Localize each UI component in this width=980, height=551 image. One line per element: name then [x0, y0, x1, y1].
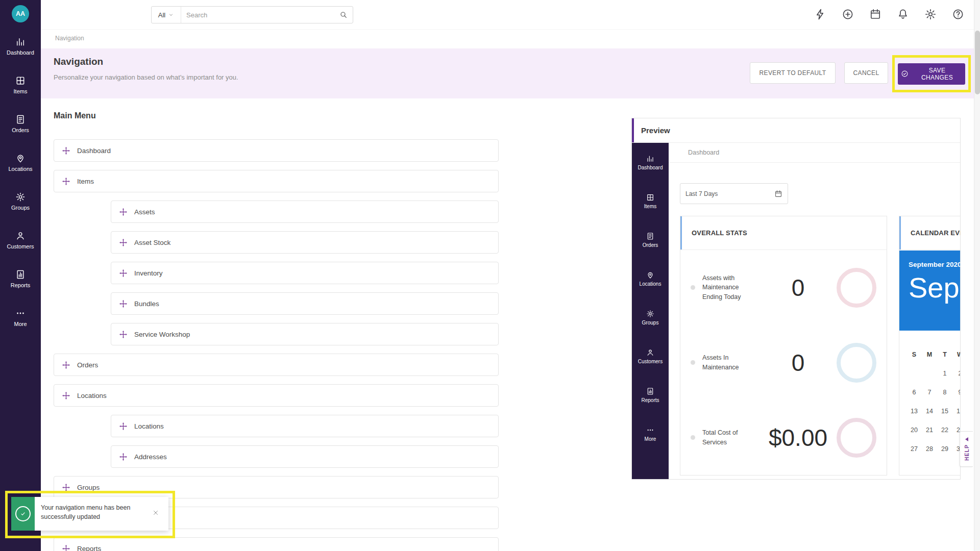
- calendar-day[interactable]: 13: [906, 408, 922, 415]
- calendar-day[interactable]: 9: [952, 389, 961, 396]
- date-range-picker[interactable]: Last 7 Days: [680, 183, 788, 204]
- menu-row-addresses[interactable]: Addresses: [111, 445, 499, 468]
- stat-gauge: [837, 418, 876, 458]
- stat-value: $0.00: [760, 424, 837, 452]
- scrollbar[interactable]: [974, 0, 980, 551]
- drag-handle-icon[interactable]: [119, 453, 128, 461]
- drag-handle-icon[interactable]: [62, 146, 70, 155]
- stat-gauge: [837, 343, 876, 383]
- drag-handle-icon[interactable]: [62, 483, 70, 492]
- help-icon[interactable]: [952, 8, 964, 20]
- stat-bullet: [691, 435, 695, 440]
- orders-icon: [15, 114, 26, 124]
- sidebar-item-items[interactable]: Items: [0, 65, 41, 104]
- sidebar-item-more[interactable]: More: [0, 298, 41, 337]
- nav-label: Items: [644, 204, 656, 209]
- toast-close-icon[interactable]: [152, 509, 159, 516]
- drag-handle-icon[interactable]: [119, 208, 128, 216]
- menu-row-inventory[interactable]: Inventory: [111, 262, 499, 284]
- preview-sidebar-item-more[interactable]: More: [632, 414, 669, 453]
- drag-handle-icon[interactable]: [62, 361, 70, 369]
- customers-icon: [646, 348, 654, 357]
- calendar-day[interactable]: 14: [922, 408, 937, 415]
- menu-row-asset-stock[interactable]: Asset Stock: [111, 231, 499, 254]
- page-header: Navigation Personalize your navigation b…: [41, 48, 974, 98]
- menu-row-locations[interactable]: Locations: [54, 384, 499, 407]
- drag-handle-icon[interactable]: [119, 269, 128, 278]
- menu-row-bundles[interactable]: Bundles: [111, 292, 499, 315]
- breadcrumb[interactable]: Navigation: [55, 35, 84, 42]
- search-filter-label: All: [158, 11, 165, 19]
- calendar-day[interactable]: 1: [937, 370, 952, 377]
- sidebar-item-reports[interactable]: Reports: [0, 259, 41, 298]
- calendar-day[interactable]: 20: [906, 427, 922, 434]
- menu-row-dashboard[interactable]: Dashboard: [54, 139, 499, 162]
- preview-sidebar-item-groups[interactable]: Groups: [632, 298, 669, 337]
- sidebar-item-locations[interactable]: Locations: [0, 143, 41, 182]
- revert-to-default-button[interactable]: REVERT TO DEFAULT: [750, 62, 836, 84]
- calendar-day[interactable]: 6: [906, 389, 922, 396]
- menu-row-reports[interactable]: Reports: [54, 537, 499, 551]
- calendar-day-header: W: [952, 351, 961, 358]
- more-dots-icon: [15, 308, 26, 318]
- preview-sidebar-item-orders[interactable]: Orders: [632, 220, 669, 259]
- calendar-day[interactable]: 15: [937, 408, 952, 415]
- calendar-day[interactable]: 8: [937, 389, 952, 396]
- bell-icon[interactable]: [897, 8, 909, 20]
- drag-handle-icon[interactable]: [119, 330, 128, 339]
- plus-circle-icon[interactable]: [842, 8, 854, 20]
- calendar-day[interactable]: 27: [906, 445, 922, 453]
- calendar-day[interactable]: 22: [937, 427, 952, 434]
- menu-row-items[interactable]: Items: [54, 170, 499, 192]
- calendar-day[interactable]: 21: [922, 427, 937, 434]
- page-title: Navigation: [54, 56, 103, 67]
- menu-row-service-workshop[interactable]: Service Workshop: [111, 323, 499, 345]
- menu-row-assets[interactable]: Assets: [111, 201, 499, 223]
- toast-notification: Your navigation menu has been successful…: [11, 497, 168, 531]
- menu-row-label: Dashboard: [77, 147, 111, 155]
- avatar[interactable]: AA: [12, 5, 29, 22]
- preview-sidebar-item-customers[interactable]: Customers: [632, 337, 669, 375]
- nav-label: Dashboard: [7, 50, 34, 56]
- drag-handle-icon[interactable]: [119, 238, 128, 247]
- sidebar-item-dashboard[interactable]: Dashboard: [0, 27, 41, 65]
- drag-handle-icon[interactable]: [62, 177, 70, 186]
- reports-icon: [646, 387, 654, 395]
- drag-handle-icon[interactable]: [119, 299, 128, 308]
- gear-icon[interactable]: [924, 8, 937, 20]
- drag-handle-icon[interactable]: [119, 422, 128, 431]
- scrollbar-thumb[interactable]: [975, 31, 980, 94]
- search-input[interactable]: [181, 7, 334, 23]
- sidebar-item-orders[interactable]: Orders: [0, 104, 41, 143]
- stat-value: 0: [760, 274, 837, 302]
- drag-handle-icon[interactable]: [62, 391, 70, 400]
- preview-sidebar-item-locations[interactable]: Locations: [632, 259, 669, 298]
- calendar-icon[interactable]: [869, 8, 881, 20]
- save-changes-button[interactable]: SAVE CHANGES: [898, 63, 965, 85]
- search-filter-dropdown[interactable]: All: [152, 7, 181, 23]
- preview-sidebar-item-reports[interactable]: Reports: [632, 375, 669, 414]
- calendar-card-title: CALENDAR EVENTS: [911, 229, 961, 237]
- sidebar-item-groups[interactable]: Groups: [0, 182, 41, 220]
- menu-row-label: Locations: [77, 392, 107, 399]
- preview-sidebar-item-dashboard[interactable]: Dashboard: [632, 143, 669, 182]
- stat-row: Assets with Maintenance Ending Today0: [680, 250, 887, 325]
- sidebar-item-customers[interactable]: Customers: [0, 220, 41, 259]
- nav-label: More: [14, 321, 27, 327]
- calendar-day[interactable]: 7: [922, 389, 937, 396]
- menu-row-locations[interactable]: Locations: [111, 415, 499, 437]
- drag-handle-icon[interactable]: [62, 544, 70, 551]
- menu-row-orders[interactable]: Orders: [54, 354, 499, 376]
- search-icon[interactable]: [334, 11, 353, 19]
- preview-sidebar-item-items[interactable]: Items: [632, 182, 669, 220]
- calendar-day[interactable]: 2: [952, 370, 961, 377]
- chevron-down-icon: [168, 12, 174, 18]
- calendar-day[interactable]: 16: [952, 408, 961, 415]
- calendar-day[interactable]: 28: [922, 445, 937, 453]
- dashboard-icon: [646, 155, 654, 163]
- cancel-button[interactable]: CANCEL: [844, 62, 888, 84]
- bolt-icon[interactable]: [814, 8, 826, 20]
- calendar-day[interactable]: 29: [937, 445, 952, 453]
- app: AA DashboardItemsOrdersLocationsGroupsCu…: [0, 0, 980, 551]
- help-tab[interactable]: HELP: [960, 431, 973, 467]
